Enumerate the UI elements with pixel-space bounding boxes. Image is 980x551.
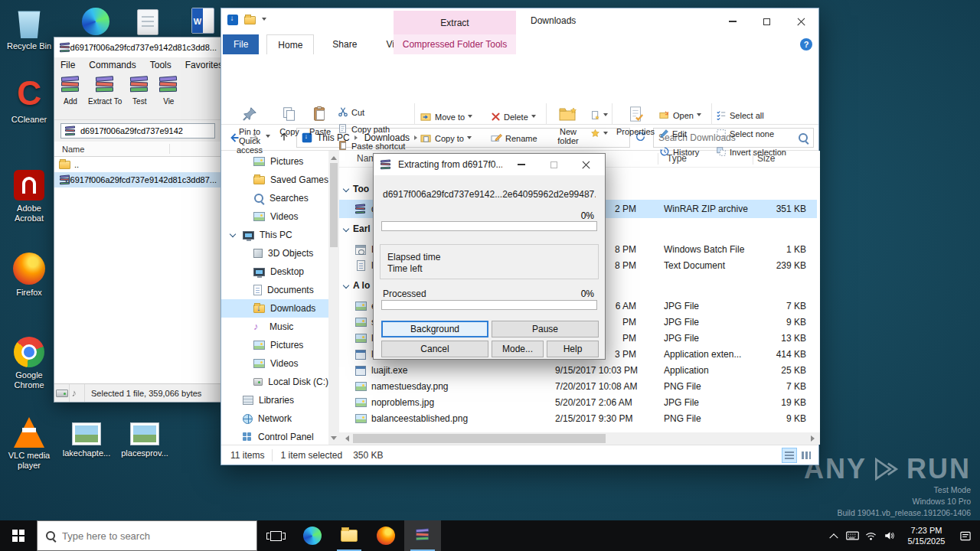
sidebar-scrollbar[interactable] xyxy=(328,151,339,445)
paste-shortcut-button[interactable]: Paste shortcut xyxy=(338,139,405,154)
sidebar-item-videos[interactable]: Videos xyxy=(221,207,328,226)
scrollbar-thumb[interactable] xyxy=(353,434,606,443)
cancel-button[interactable]: Cancel xyxy=(381,341,488,357)
search-icon[interactable] xyxy=(798,132,808,143)
properties-button[interactable]: Properties xyxy=(615,103,656,136)
help-button[interactable]: ? xyxy=(800,38,812,51)
menu-file[interactable]: File xyxy=(60,60,75,70)
mode-button[interactable]: Mode... xyxy=(492,341,544,357)
extract-to-button[interactable]: Extract To xyxy=(88,74,122,118)
scroll-right-button[interactable] xyxy=(808,432,820,445)
folder-mini-icon[interactable] xyxy=(244,16,256,24)
touch-keyboard-button[interactable] xyxy=(843,520,861,551)
sidebar-item-documents[interactable]: Documents xyxy=(221,281,328,299)
desktop-icon-edge[interactable] xyxy=(70,8,121,35)
qat-customize-caret-icon[interactable] xyxy=(262,18,266,23)
close-button[interactable] xyxy=(784,8,818,34)
taskbar-winrar-button[interactable] xyxy=(404,520,441,551)
file-row[interactable]: noproblems.jpg 5/20/2017 2:06 AM JPG Fil… xyxy=(339,394,817,411)
menu-favorites[interactable]: Favorites xyxy=(185,60,222,70)
contextual-tab-extract[interactable]: Extract xyxy=(394,11,516,34)
desktop-icon-adobe-acrobat[interactable]: Adobe Acrobat xyxy=(4,170,54,223)
group-header[interactable]: Too xyxy=(344,181,369,197)
winrar-titlebar[interactable]: d6917f006a29fcd737e9142d81c3dd8... xyxy=(54,37,221,57)
details-view-button[interactable] xyxy=(782,448,797,463)
rename-button[interactable]: Rename xyxy=(491,131,537,146)
tab-home[interactable]: Home xyxy=(266,34,314,54)
desktop-icon-firefox[interactable]: Firefox xyxy=(4,253,54,298)
open-button[interactable]: Open xyxy=(659,108,701,123)
desktop-icon-placesprov[interactable]: placesprov... xyxy=(119,422,170,458)
dialog-maximize-button[interactable] xyxy=(541,156,567,173)
start-button[interactable] xyxy=(0,520,37,551)
file-row[interactable]: namestuesday.png 7/20/2017 10:08 AM PNG … xyxy=(339,378,817,395)
sidebar-item-desktop[interactable]: Desktop xyxy=(221,262,328,281)
large-icons-view-button[interactable] xyxy=(799,448,814,463)
scroll-down-button[interactable] xyxy=(328,434,339,445)
downloads-mini-icon[interactable] xyxy=(227,15,238,25)
hidden-icons-button[interactable] xyxy=(825,520,843,551)
sidebar-item-pictures[interactable]: Pictures xyxy=(221,152,328,171)
select-all-button[interactable]: Select all xyxy=(716,108,764,123)
action-center-button[interactable] xyxy=(955,520,976,551)
winrar-column-header[interactable]: Name xyxy=(54,142,221,157)
task-view-button[interactable] xyxy=(257,520,294,551)
new-item-button[interactable] xyxy=(590,108,608,123)
maximize-button[interactable] xyxy=(750,8,784,34)
easy-access-button[interactable] xyxy=(590,126,608,142)
copy-to-button[interactable]: Copy to xyxy=(420,131,472,146)
copy-button[interactable]: Copy xyxy=(275,103,304,136)
background-button[interactable]: Background xyxy=(381,321,488,337)
file-row[interactable]: luajit.exe 9/15/2017 10:03 PM Applicatio… xyxy=(339,362,817,379)
view-button[interactable]: Vie xyxy=(157,74,180,118)
sidebar-item-control-panel[interactable]: Control Panel xyxy=(221,428,328,445)
history-button[interactable]: History xyxy=(659,145,699,160)
sidebar-item-searches[interactable]: Searches xyxy=(221,189,328,207)
desktop-icon-recycle-bin[interactable]: Recycle Bin xyxy=(4,8,54,51)
dialog-close-button[interactable] xyxy=(573,156,599,173)
sidebar-item-music[interactable]: Music xyxy=(221,318,328,336)
scrollbar-thumb[interactable] xyxy=(330,163,338,247)
sidebar-item-downloads[interactable]: Downloads xyxy=(221,299,328,318)
group-header[interactable]: Earl xyxy=(344,221,371,236)
pause-button[interactable]: Pause xyxy=(492,321,599,337)
edit-button[interactable]: Edit xyxy=(659,126,687,142)
sidebar-item-pictures-2[interactable]: Pictures xyxy=(221,336,328,354)
tab-file[interactable]: File xyxy=(223,34,259,54)
sidebar-item-libraries[interactable]: Libraries xyxy=(221,391,328,409)
scroll-left-button[interactable] xyxy=(339,432,351,445)
dialog-titlebar[interactable]: Extracting from d6917f0... xyxy=(374,154,605,175)
group-header[interactable]: A lo xyxy=(344,278,370,293)
desktop-icon-google-chrome[interactable]: Google Chrome xyxy=(4,337,54,390)
sidebar-item-saved-games[interactable]: Saved Games xyxy=(221,171,328,189)
taskbar-search-input[interactable] xyxy=(62,530,249,542)
desktop-icon-file[interactable] xyxy=(122,9,173,35)
test-button[interactable]: Test xyxy=(128,74,151,118)
sidebar-item-videos-2[interactable]: Videos xyxy=(221,354,328,373)
network-button[interactable] xyxy=(861,520,880,551)
dialog-minimize-button[interactable] xyxy=(508,156,534,173)
archive-file-row[interactable]: d6917f006a29fcd737e9142d81c3dd87... xyxy=(54,172,221,187)
winrar-address-field[interactable]: d6917f006a29fcd737e9142 xyxy=(60,123,215,139)
menu-tools[interactable]: Tools xyxy=(150,60,172,70)
pin-to-quick-access-button[interactable]: Pin to Quick access xyxy=(227,103,272,155)
add-button[interactable]: Add xyxy=(59,74,82,118)
invert-selection-button[interactable]: Invert selection xyxy=(716,145,786,160)
taskbar-clock[interactable]: 7:23 PM 5/15/2025 xyxy=(898,525,955,546)
move-to-button[interactable]: Move to xyxy=(420,109,472,125)
explorer-titlebar[interactable]: Extract Downloads xyxy=(221,8,818,34)
volume-button[interactable] xyxy=(880,520,898,551)
desktop-icon-lakechapter[interactable]: lakechapte... xyxy=(61,422,112,458)
sidebar-item-local-disk-c[interactable]: Local Disk (C:) xyxy=(221,373,328,391)
sidebar-item-network[interactable]: Network xyxy=(221,409,328,428)
help-button[interactable]: Help xyxy=(547,341,599,357)
tab-share[interactable]: Share xyxy=(322,34,368,54)
sidebar-item-3d-objects[interactable]: 3D Objects xyxy=(221,244,328,262)
new-folder-button[interactable]: New folder xyxy=(549,103,587,145)
desktop-icon-vlc[interactable]: VLC media player xyxy=(4,417,54,471)
horizontal-scrollbar[interactable] xyxy=(339,432,820,445)
sidebar-item-this-pc[interactable]: This PC xyxy=(221,226,328,244)
contextual-group-header[interactable]: Compressed Folder Tools xyxy=(394,34,516,54)
disk-icon[interactable] xyxy=(54,384,70,402)
parent-folder-row[interactable]: .. xyxy=(54,157,221,172)
